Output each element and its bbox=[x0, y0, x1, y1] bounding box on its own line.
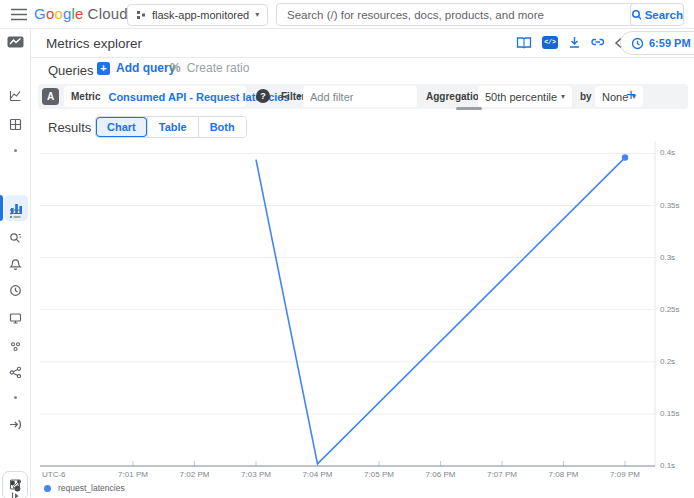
filter-input[interactable] bbox=[303, 86, 417, 107]
dashboards-icon[interactable] bbox=[0, 118, 30, 131]
collapse-panel-icon[interactable] bbox=[0, 491, 30, 498]
x-axis-tick-label: 7:09 PM bbox=[603, 470, 647, 479]
queries-section-label: Queries bbox=[48, 63, 94, 78]
x-axis-tick-label: 7:03 PM bbox=[234, 470, 278, 479]
edit-box-icon[interactable] bbox=[0, 478, 30, 491]
alerting-bell-icon[interactable] bbox=[0, 258, 30, 271]
y-axis-tick-label: 0.2s bbox=[660, 357, 675, 366]
search-button-label: Search bbox=[645, 9, 683, 21]
add-query-label: Add query bbox=[116, 61, 175, 75]
download-icon[interactable] bbox=[567, 35, 583, 51]
project-name: flask-app-monitored bbox=[152, 9, 249, 21]
y-axis-tick-label: 0.3s bbox=[660, 253, 675, 262]
add-query-button[interactable]: + Add query bbox=[97, 61, 175, 75]
google-cloud-logo[interactable]: GoogleCloud bbox=[34, 5, 128, 22]
metrics-explorer-toolbar: Metrics explorer </> 6:59 PM - 7:09 PM bbox=[30, 28, 694, 58]
dot-separator-icon bbox=[0, 149, 30, 152]
left-sidebar bbox=[0, 28, 31, 498]
hamburger-menu-icon[interactable] bbox=[10, 8, 28, 21]
by-label: by bbox=[580, 91, 592, 102]
code-editor-icon[interactable]: </> bbox=[542, 36, 558, 49]
help-icon[interactable]: ? bbox=[256, 89, 270, 103]
legend-color-dot bbox=[44, 485, 51, 492]
tab-chart[interactable]: Chart bbox=[96, 117, 147, 137]
results-view-tabs: Chart Table Both bbox=[95, 116, 247, 138]
chevron-down-icon: ▾ bbox=[561, 93, 565, 101]
add-aggregation-button[interactable]: + bbox=[626, 85, 636, 105]
metric-selector[interactable]: Metric Consumed API - Request latencies … bbox=[64, 86, 246, 107]
chart-legend[interactable]: request_latencies bbox=[44, 483, 125, 493]
clock-icon bbox=[631, 37, 644, 50]
chevron-down-icon: ▾ bbox=[255, 11, 259, 19]
x-axis-tick-label: 7:07 PM bbox=[480, 470, 524, 479]
legend-series-label: request_latencies bbox=[58, 483, 125, 493]
doc-search-icon[interactable] bbox=[0, 232, 30, 245]
top-header: GoogleCloud flask-app-monitored ▾ Search bbox=[0, 0, 694, 29]
x-axis-tick-label: 7:01 PM bbox=[111, 470, 155, 479]
x-axis-tick-label: 7:08 PM bbox=[542, 470, 586, 479]
project-icon bbox=[136, 10, 146, 20]
search-button[interactable]: Search bbox=[630, 3, 684, 26]
query-builder-row: A Metric Consumed API - Request latencie… bbox=[38, 84, 688, 109]
create-ratio-label: Create ratio bbox=[187, 61, 250, 75]
y-axis-tick-label: 0.25s bbox=[660, 305, 680, 314]
integrations-arrow-icon[interactable] bbox=[0, 418, 30, 431]
ratio-icon: % bbox=[170, 61, 181, 75]
scroll-indicator[interactable] bbox=[456, 107, 482, 110]
x-axis-tick-label: 7:06 PM bbox=[419, 470, 463, 479]
chart-plot-area[interactable] bbox=[40, 141, 655, 466]
page-title: Metrics explorer bbox=[46, 36, 142, 51]
aggregation-label: Aggregation bbox=[426, 91, 485, 102]
monitoring-logo-icon[interactable] bbox=[0, 35, 30, 49]
tab-table[interactable]: Table bbox=[147, 117, 198, 137]
project-selector[interactable]: flask-app-monitored ▾ bbox=[127, 4, 268, 26]
aggregation-dropdown[interactable]: 50th percentile ▾ bbox=[478, 86, 572, 107]
x-axis-tick-label: 7:02 PM bbox=[173, 470, 217, 479]
y-axis-tick-label: 0.35s bbox=[660, 201, 680, 210]
search-icon bbox=[631, 9, 641, 21]
monitor-screen-icon[interactable] bbox=[0, 312, 30, 325]
x-axis-tick-label: 7:05 PM bbox=[357, 470, 401, 479]
y-axis-tick-label: 0.15s bbox=[660, 409, 680, 418]
time-range-value: 6:59 PM - 7:09 PM bbox=[649, 37, 694, 49]
plus-icon: + bbox=[97, 62, 110, 75]
utc-offset-label: UTC-6 bbox=[42, 470, 66, 479]
create-ratio-button[interactable]: % Create ratio bbox=[170, 61, 249, 75]
services-share-icon[interactable] bbox=[0, 366, 30, 379]
groups-icon[interactable] bbox=[0, 340, 30, 353]
dot-separator-icon bbox=[0, 396, 30, 399]
filter-label: Filter bbox=[281, 91, 305, 102]
metrics-explorer-page: GoogleCloud flask-app-monitored ▾ Search bbox=[0, 0, 694, 498]
x-axis-tick-label: 7:04 PM bbox=[296, 470, 340, 479]
results-section-label: Results bbox=[48, 120, 91, 135]
list-icon[interactable] bbox=[0, 207, 30, 220]
book-icon[interactable] bbox=[516, 35, 532, 51]
tab-both[interactable]: Both bbox=[198, 117, 246, 137]
time-range-picker[interactable]: 6:59 PM - 7:09 PM bbox=[620, 31, 694, 55]
aggregation-value: 50th percentile bbox=[485, 91, 557, 103]
metric-label: Metric bbox=[71, 91, 100, 102]
query-letter-badge: A bbox=[42, 88, 59, 105]
link-icon[interactable] bbox=[590, 35, 606, 51]
uptime-clock-icon[interactable] bbox=[0, 284, 30, 297]
logo-cloud-text: Cloud bbox=[88, 5, 128, 22]
global-search-input[interactable] bbox=[276, 3, 636, 26]
group-by-value: None bbox=[602, 91, 628, 103]
line-chart-icon[interactable] bbox=[0, 89, 30, 102]
y-axis-tick-label: 0.1s bbox=[660, 461, 675, 470]
y-axis-tick-label: 0.4s bbox=[660, 148, 675, 157]
